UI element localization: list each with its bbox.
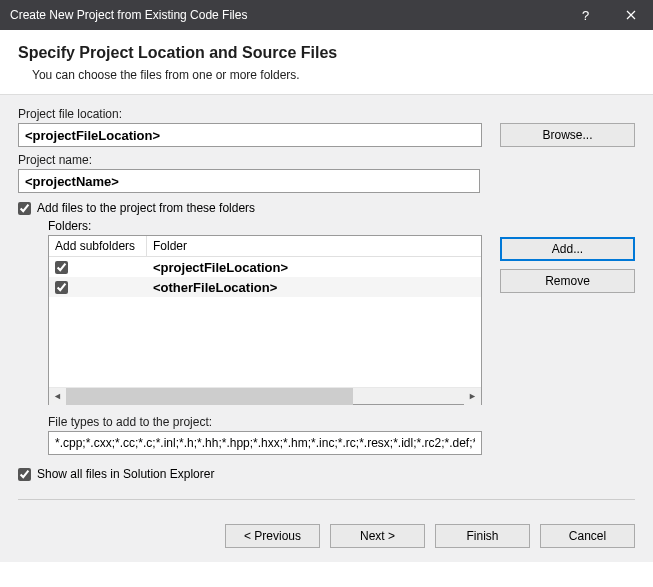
col-add-subfolders[interactable]: Add subfolders [49, 236, 147, 256]
folders-table-header: Add subfolders Folder [49, 236, 481, 257]
row-folder-path: <projectFileLocation> [147, 260, 481, 275]
close-icon [626, 10, 636, 20]
page-heading: Specify Project Location and Source File… [18, 44, 635, 62]
project-name-input[interactable] [18, 169, 480, 193]
show-all-files-checkbox[interactable] [18, 468, 31, 481]
window-title: Create New Project from Existing Code Fi… [10, 8, 563, 22]
row-subfolder-checkbox[interactable] [55, 261, 68, 274]
titlebar: Create New Project from Existing Code Fi… [0, 0, 653, 30]
folders-block: Folders: Add subfolders Folder <projectF… [48, 219, 635, 455]
cancel-button[interactable]: Cancel [540, 524, 635, 548]
file-types-label: File types to add to the project: [48, 415, 482, 429]
scroll-thumb[interactable] [66, 388, 353, 405]
page-subheading: You can choose the files from one or mor… [32, 68, 635, 82]
divider [18, 499, 635, 500]
close-button[interactable] [608, 0, 653, 30]
finish-button[interactable]: Finish [435, 524, 530, 548]
previous-button[interactable]: < Previous [225, 524, 320, 548]
wizard-footer: < Previous Next > Finish Cancel [0, 508, 653, 562]
show-all-files-label: Show all files in Solution Explorer [37, 467, 214, 481]
project-location-label: Project file location: [18, 107, 635, 121]
project-name-label: Project name: [18, 153, 635, 167]
remove-folder-button[interactable]: Remove [500, 269, 635, 293]
col-folder[interactable]: Folder [147, 236, 481, 256]
row-subfolder-checkbox[interactable] [55, 281, 68, 294]
next-button[interactable]: Next > [330, 524, 425, 548]
wizard-header: Specify Project Location and Source File… [0, 30, 653, 95]
add-folders-checkbox[interactable] [18, 202, 31, 215]
folders-label: Folders: [48, 219, 482, 233]
row-folder-path: <otherFileLocation> [147, 280, 481, 295]
add-folder-button[interactable]: Add... [500, 237, 635, 261]
add-folders-checkbox-label: Add files to the project from these fold… [37, 201, 255, 215]
help-button[interactable]: ? [563, 0, 608, 30]
table-row[interactable]: <otherFileLocation> [49, 277, 481, 297]
project-location-input[interactable] [18, 123, 482, 147]
horizontal-scrollbar[interactable]: ◄ ► [49, 387, 481, 404]
browse-button[interactable]: Browse... [500, 123, 635, 147]
folders-table: Add subfolders Folder <projectFileLocati… [48, 235, 482, 405]
file-types-input[interactable] [48, 431, 482, 455]
wizard-content: Project file location: Browse... Project… [0, 95, 653, 508]
table-row[interactable]: <projectFileLocation> [49, 257, 481, 277]
scroll-left-icon[interactable]: ◄ [49, 388, 66, 405]
scroll-right-icon[interactable]: ► [464, 388, 481, 405]
